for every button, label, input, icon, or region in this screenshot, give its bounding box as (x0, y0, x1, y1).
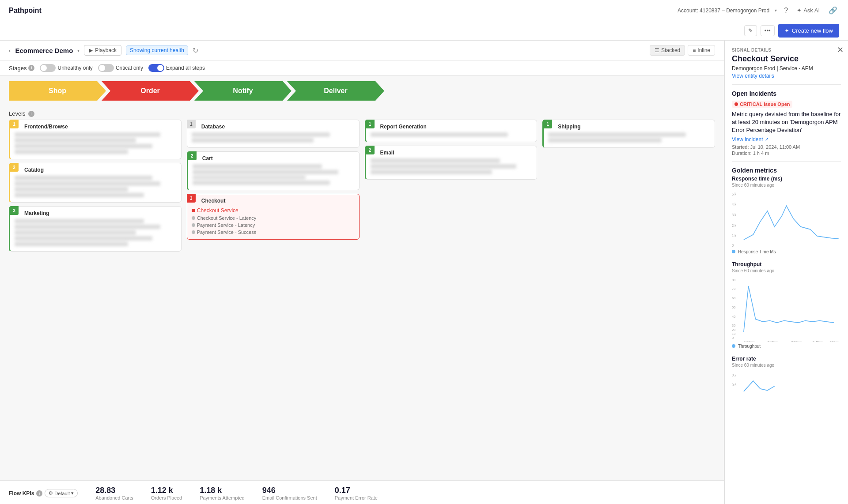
error-rate-chart: 0.7 0.6 (732, 370, 841, 397)
playback-button[interactable]: ▶ Playback (84, 45, 121, 56)
panel-close-button[interactable]: ✕ (837, 45, 844, 55)
levels-header: Levels i (9, 106, 715, 120)
stacked-icon: ☰ (655, 47, 659, 53)
refresh-button[interactable]: ↻ (193, 46, 198, 55)
kpi-payments-attempted-name: Payments Attempted (200, 495, 245, 500)
incident-started: Started: Jul 10, 2024, 11:00 AM (732, 144, 841, 150)
response-time-subtitle: Since 60 minutes ago (732, 183, 841, 188)
level-marketing[interactable]: 3 Marketing (9, 206, 182, 252)
throughput-chart-section: Throughput Since 60 minutes ago 80 70 60… (732, 261, 841, 349)
kpi-default-icon: ⚙ (49, 490, 53, 496)
plus-icon: ✦ (784, 27, 789, 34)
checkout-service-step[interactable]: Checkout Service (192, 207, 355, 214)
inline-view-button[interactable]: ≡ Inline (688, 45, 715, 56)
payment-success-dot (192, 230, 195, 234)
levels-grid: 1 Frontend/Browse 2 Catalog (9, 120, 715, 252)
expand-toggle-group: Expand all steps (148, 64, 205, 72)
level-num-checkout: 3 (187, 194, 196, 203)
kpi-payments-attempted-value: 1.18 k (200, 486, 245, 495)
stages-info-icon: i (28, 65, 34, 71)
report-steps-blurred (371, 132, 533, 137)
ask-ai-label: Ask AI (803, 7, 820, 14)
svg-text:3:30pm: 3:30pm (791, 340, 802, 342)
email-steps-blurred (371, 158, 533, 174)
view-entity-link[interactable]: View entity details (732, 73, 774, 79)
svg-text:5 k: 5 k (732, 192, 736, 196)
level-cart[interactable]: 2 Cart (187, 151, 360, 190)
svg-text:40: 40 (732, 314, 736, 318)
more-options-button[interactable]: ••• (761, 25, 775, 36)
flow-header-right: ☰ Stacked ≡ Inline (650, 45, 715, 56)
stacked-view-button[interactable]: ☰ Stacked (650, 45, 685, 56)
level-num-3-marketing: 3 (10, 206, 19, 215)
create-flow-button[interactable]: ✦ Create new flow (778, 24, 839, 38)
stage-order[interactable]: Order (102, 81, 199, 101)
response-time-legend-label: Response Time Ms (738, 249, 776, 254)
level-num-shipping: 1 (543, 120, 552, 128)
current-health-badge[interactable]: Showing current health (126, 45, 188, 55)
back-button[interactable]: ‹ (9, 47, 11, 54)
level-database[interactable]: 1 Database (187, 120, 360, 148)
level-frontend[interactable]: 1 Frontend/Browse (9, 120, 182, 159)
error-rate-chart-section: Error rate Since 60 minutes ago 0.7 0.6 (732, 356, 841, 397)
stage-deliver[interactable]: Deliver (287, 81, 384, 101)
svg-text:4:00pr: 4:00pr (829, 340, 839, 342)
toolbar-row: ✎ ••• ✦ Create new flow (0, 21, 848, 41)
level-name-shipping: Shipping (558, 124, 710, 130)
flow-name: Ecommerce Demo (15, 47, 73, 54)
level-checkout[interactable]: 3 Checkout Checkout Service Checkout Ser… (187, 194, 360, 240)
svg-text:70: 70 (732, 287, 736, 291)
svg-text:50: 50 (732, 305, 736, 309)
svg-text:3:45pm: 3:45pm (813, 340, 824, 342)
database-steps-blurred (192, 132, 355, 143)
unhealthy-toggle[interactable] (40, 64, 56, 72)
kpi-orders-placed: 1.12 k Orders Placed (151, 486, 182, 500)
level-shipping[interactable]: 1 Shipping (542, 120, 715, 148)
response-time-legend: Response Time Ms (732, 249, 841, 254)
expand-toggle[interactable] (148, 64, 164, 72)
svg-text:80: 80 (732, 278, 736, 282)
stage-shop[interactable]: Shop (9, 81, 106, 101)
account-chevron: ▾ (775, 8, 777, 13)
level-email[interactable]: 2 Email (365, 146, 538, 180)
kpi-default-chevron: ▾ (71, 490, 74, 496)
response-time-line (744, 206, 839, 240)
incident-description: Metric query deviated from the baseline … (732, 110, 841, 135)
levels-section: Levels i 1 Frontend/Browse (0, 106, 724, 480)
level-report[interactable]: 1 Report Generation (365, 120, 538, 142)
flow-header: ‹ Ecommerce Demo ▾ ▶ Playback Showing cu… (0, 41, 724, 60)
level-num-db: 1 (187, 120, 196, 128)
svg-text:0.7: 0.7 (732, 373, 737, 377)
incident-badge-text: CRITICAL Issue Open (740, 102, 790, 107)
top-navigation: Pathpoint Account: 4120837 – Demogorgon … (0, 0, 848, 21)
checkout-latency-step: Checkout Service - Latency (192, 214, 355, 222)
link-button[interactable]: 🔗 (827, 4, 839, 16)
flow-header-left: ‹ Ecommerce Demo ▾ ▶ Playback Showing cu… (9, 45, 198, 56)
signal-details-panel: ✕ SIGNAL DETAILS Checkout Service Demogo… (724, 41, 848, 504)
error-rate-line (744, 381, 775, 391)
marketing-steps-blurred (15, 219, 177, 246)
level-num-cart: 2 (188, 151, 197, 160)
svg-text:60: 60 (732, 296, 736, 300)
playback-label: Playback (95, 47, 117, 53)
divider-1 (732, 84, 841, 85)
view-incident-link[interactable]: View incident ↗ (732, 136, 841, 143)
level-catalog[interactable]: 2 Catalog (9, 163, 182, 203)
checkout-latency-dot (192, 216, 195, 220)
kpi-default-button[interactable]: ⚙ Default ▾ (45, 489, 78, 497)
edit-button[interactable]: ✎ (744, 25, 757, 36)
throughput-line (744, 286, 834, 332)
ask-ai-button[interactable]: ✦ Ask AI (795, 5, 822, 15)
kpi-info-icon: i (36, 490, 42, 496)
stage-notify[interactable]: Notify (194, 81, 292, 101)
level-name-report: Report Generation (380, 124, 533, 130)
level-name-email: Email (380, 150, 533, 156)
kpi-payment-error-rate: 0.17 Payment Error Rate (335, 486, 378, 500)
response-time-svg: 5 k 4 k 3 k 2 k 1 k 0 3:00pm 3:15pm 3:30… (732, 190, 841, 248)
error-rate-subtitle: Since 60 minutes ago (732, 363, 841, 368)
inline-icon: ≡ (693, 47, 696, 53)
kpi-orders-placed-value: 1.12 k (151, 486, 182, 495)
svg-text:3 k: 3 k (732, 213, 736, 217)
critical-toggle[interactable] (98, 64, 114, 72)
help-button[interactable]: ? (782, 5, 790, 16)
